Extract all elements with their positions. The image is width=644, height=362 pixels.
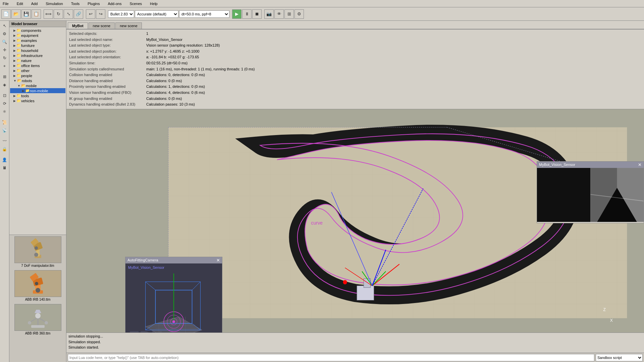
iconbar-rotate[interactable]: ↻ (1, 54, 8, 62)
tree-mobile[interactable]: ▼ 📂 mobile (10, 83, 65, 88)
iconbar-zoom[interactable]: ⌖ (1, 62, 8, 70)
svg-point-18 (45, 321, 48, 324)
lbl-dynamics: Dynamics handling enabled (Bullet 2.83) (69, 102, 146, 108)
tree-robots[interactable]: ▼ 📂 robots (10, 78, 65, 83)
iconbar-grid[interactable]: ⊡ (1, 92, 8, 99)
tree-people[interactable]: ▶ 📁 people (10, 73, 65, 78)
lua-input[interactable] (68, 354, 594, 361)
tree-non-mobile[interactable]: ▶ 📁 non-mobile (10, 88, 65, 93)
iconbar-select[interactable]: ↖ (1, 22, 8, 29)
tree-nature[interactable]: ▶ 📁 nature (10, 58, 65, 63)
lua-script-dropdown[interactable]: Sandbox script (596, 354, 643, 361)
tree-household[interactable]: ▶ 📁 household (10, 48, 65, 53)
iconbar-obj-props[interactable]: ⚙ (1, 30, 8, 38)
tb-play[interactable]: ▶ (232, 9, 241, 19)
tb-open[interactable]: 📂 (11, 9, 21, 19)
tb-undo[interactable]: ↩ (86, 9, 95, 19)
iconbar-user[interactable]: 👤 (1, 156, 8, 164)
accuracy-select[interactable]: Accurate (default) (135, 10, 178, 18)
svg-marker-19 (35, 310, 41, 313)
vision-sensor-popup: MyBot_Vision_Sensor ✕ (537, 161, 644, 223)
menu-file[interactable]: File (1, 1, 10, 6)
vision-popup-header[interactable]: MyBot_Vision_Sensor ✕ (537, 162, 644, 168)
vision-left-panel (537, 168, 590, 222)
tab-new-scene-1[interactable]: new scene (89, 22, 115, 29)
val-vision: Calculations: 4, detections: 0 (6 ms) (146, 90, 205, 96)
tb-settings[interactable]: ⚙ (294, 9, 304, 19)
tb-rotate[interactable]: ↻ (54, 9, 63, 19)
iconbar-search[interactable]: 🔍 (1, 38, 8, 46)
tree-examples[interactable]: ▶ 📁 examples (10, 38, 65, 43)
tb-assemble[interactable]: 🔗 (74, 9, 83, 19)
iconbar-ik[interactable]: ⟳ (1, 100, 8, 107)
tb-new[interactable]: 📄 (1, 9, 11, 19)
tree-infrastructure[interactable]: ▶ 📁 infrastructure (10, 53, 65, 58)
svg-point-10 (36, 288, 40, 293)
svg-point-54 (172, 320, 175, 323)
viewport[interactable]: curve (66, 109, 644, 333)
iconbar-move[interactable]: ✛ (1, 46, 8, 54)
tb-translate[interactable]: ⟺ (44, 9, 53, 19)
thumb-abb360[interactable]: ABB IRB 360.ttm (11, 304, 65, 335)
tb-layers[interactable]: ⊞ (284, 9, 294, 19)
tb-save[interactable]: 💾 (21, 9, 31, 19)
camera-popup-header[interactable]: AutoFittingCamera ✕ (125, 257, 222, 263)
menu-simulation[interactable]: Simulation (44, 1, 64, 6)
folder-icon-components: 📁 (16, 28, 21, 33)
physics-engine-select[interactable]: Bullet 2.83 (108, 10, 134, 18)
folder-icon-mobile: 📂 (21, 83, 26, 88)
tree-components[interactable]: ▶ 📁 components (10, 28, 65, 33)
iconbar-constraint[interactable]: 🔒 (1, 145, 8, 153)
tb-redo[interactable]: ↪ (96, 9, 105, 19)
tree-equipment[interactable]: ▶ 📁 equipment (10, 33, 65, 38)
iconbar-calc[interactable]: 🖩 (1, 164, 8, 172)
iconbar-sensor[interactable]: 📡 (1, 127, 8, 134)
model-tree[interactable]: ▶ 📁 components ▶ 📁 equipment ▶ 📁 example… (9, 27, 66, 235)
tb-camera[interactable]: 📷 (264, 9, 274, 19)
edu-watermark: EDU (129, 327, 163, 333)
iconbar-vis[interactable]: ◈ (1, 81, 8, 88)
arrow-mobile: ▼ (17, 84, 20, 87)
tabs-bar: MyBot new scene new scene (66, 21, 644, 29)
tb-stop[interactable]: ⏹ (252, 9, 262, 19)
camera-popup-close[interactable]: ✕ (216, 258, 220, 263)
menu-addons[interactable]: Add-ons (106, 1, 123, 6)
val-sim-time: 00:02:55.25 (dt=50.0 ms) (146, 60, 187, 66)
iconbar-layers[interactable]: ⊞ (1, 73, 8, 80)
label-other: other (21, 69, 30, 73)
folder-icon-equipment: 📁 (16, 33, 21, 38)
thumb-7dof[interactable]: 7 DoF manipulator.ttm (11, 236, 65, 267)
sim-params-select[interactable]: dt=50.0 ms, ppf=8 (179, 10, 229, 18)
tb-scale[interactable]: ⤡ (64, 9, 73, 19)
tree-vehicles[interactable]: ▶ 📁 vehicles (10, 98, 65, 103)
tab-new-scene-2[interactable]: new scene (115, 22, 142, 29)
tab-mybot[interactable]: MyBot (68, 22, 88, 29)
iconbar-path[interactable]: 〰 (1, 137, 8, 145)
menubar: File Edit Add Simulation Tools Plugins A… (0, 0, 644, 7)
arrow-vehicles: ▶ (13, 99, 16, 103)
folder-icon-furniture: 📁 (16, 43, 21, 48)
menu-plugins[interactable]: Plugins (86, 1, 101, 6)
menu-add[interactable]: Add (30, 1, 39, 6)
menu-edit[interactable]: Edit (15, 1, 24, 6)
thumb-abb140[interactable]: ABB IRB 140.ttm (11, 270, 65, 301)
tree-office[interactable]: ▶ 📁 office items (10, 63, 65, 68)
tb-view[interactable]: 👁 (274, 9, 284, 19)
menu-scenes[interactable]: Scenes (128, 1, 143, 6)
vision-right-panel (590, 168, 644, 222)
label-tools: tools (21, 94, 29, 98)
tb-copy[interactable]: 📋 (32, 9, 41, 19)
vision-popup-close[interactable]: ✕ (638, 162, 642, 167)
svg-text:Z: Z (603, 307, 606, 312)
tb-pause[interactable]: ⏸ (242, 9, 252, 19)
val-sim-scripts: main: 1 (16 ms), non-threaded: 1 (1 ms),… (146, 66, 255, 72)
val-distance: Calculations: 0 (0 ms) (146, 78, 182, 84)
lbl-obj-type: Last selected object type: (69, 43, 146, 49)
menu-tools[interactable]: Tools (70, 1, 81, 6)
iconbar-script[interactable]: 📜 (1, 119, 8, 126)
tree-tools[interactable]: ▶ 📁 tools (10, 93, 65, 98)
menu-help[interactable]: Help (149, 1, 159, 6)
tree-other[interactable]: ▶ 📁 other (10, 68, 65, 73)
iconbar-dyn[interactable]: ⚛ (1, 108, 8, 115)
tree-furniture[interactable]: ▶ 📁 furniture (10, 43, 65, 48)
